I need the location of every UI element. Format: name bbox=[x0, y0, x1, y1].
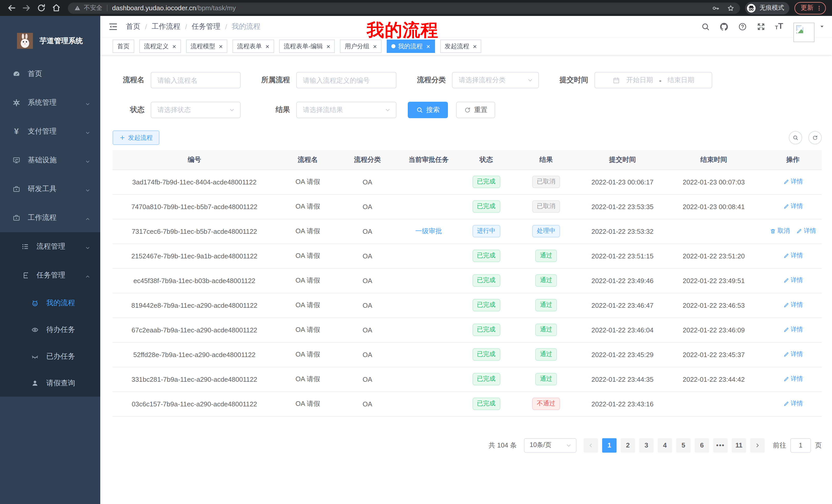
close-icon[interactable]: × bbox=[327, 43, 330, 50]
cell-process-name: OA 请假 bbox=[276, 194, 339, 219]
actions: 详情 bbox=[783, 276, 803, 285]
fullscreen-icon[interactable] bbox=[756, 22, 766, 31]
page-size-select[interactable]: 10条/页 bbox=[524, 438, 576, 452]
tab-item[interactable]: 流程模型× bbox=[186, 39, 227, 53]
edit-icon bbox=[783, 401, 789, 407]
text-size-icon[interactable]: TT bbox=[775, 22, 783, 31]
tab-item[interactable]: 流程表单× bbox=[232, 39, 274, 53]
sidebar-item[interactable]: 研发工具 bbox=[0, 175, 100, 203]
avatar-caret-icon[interactable] bbox=[819, 24, 825, 29]
sidebar-item[interactable]: 请假查询 bbox=[0, 370, 100, 397]
create-process-button[interactable]: 发起流程 bbox=[113, 131, 159, 145]
tab-item[interactable]: 发起流程× bbox=[440, 39, 481, 53]
close-icon[interactable]: × bbox=[172, 43, 176, 50]
sidebar-item[interactable]: 已办任务 bbox=[0, 343, 100, 370]
browser-home-icon[interactable] bbox=[51, 3, 61, 13]
breadcrumb-item[interactable]: 首页 bbox=[126, 22, 140, 31]
help-icon[interactable] bbox=[738, 22, 747, 31]
result-select[interactable]: 请选择流结果 bbox=[296, 102, 396, 118]
cell-end-time: 2022-01-22 23:49:51 bbox=[663, 268, 764, 293]
sidebar-collapse-icon[interactable] bbox=[108, 21, 118, 32]
category-select[interactable]: 请选择流程分类 bbox=[452, 72, 539, 88]
cell-process-name: OA 请假 bbox=[276, 342, 339, 367]
current-task-link[interactable]: 一级审批 bbox=[415, 227, 442, 235]
reset-button[interactable]: 重置 bbox=[456, 102, 495, 118]
sidebar-item[interactable]: 首页 bbox=[0, 60, 100, 88]
table-refresh-button[interactable] bbox=[808, 131, 822, 144]
cell-status: 已完成 bbox=[462, 391, 511, 416]
goto-page-input[interactable] bbox=[790, 438, 811, 452]
github-icon[interactable] bbox=[719, 22, 729, 31]
page-button[interactable]: 6 bbox=[695, 438, 709, 452]
cell-result: 通过 bbox=[511, 317, 581, 342]
breadcrumb-item[interactable]: 工作流程 bbox=[152, 22, 181, 31]
page-button[interactable]: 3 bbox=[639, 438, 654, 452]
cell-actions: 详情 bbox=[764, 244, 822, 268]
detail-label: 详情 bbox=[790, 202, 803, 211]
detail-link[interactable]: 详情 bbox=[783, 375, 803, 384]
close-icon[interactable]: × bbox=[473, 43, 477, 50]
tab-label: 发起流程 bbox=[445, 42, 469, 51]
sidebar-item[interactable]: 我的流程 bbox=[0, 290, 100, 316]
sidebar-item[interactable]: ¥支付管理 bbox=[0, 117, 100, 146]
detail-link[interactable]: 详情 bbox=[796, 227, 816, 235]
more-pages-button[interactable]: ••• bbox=[713, 438, 728, 452]
sidebar-item[interactable]: 任务管理 bbox=[0, 261, 100, 290]
dashboard-icon bbox=[12, 70, 21, 78]
sidebar-item[interactable]: 工作流程 bbox=[0, 203, 100, 232]
detail-link[interactable]: 详情 bbox=[783, 350, 803, 359]
detail-link[interactable]: 详情 bbox=[783, 326, 803, 334]
next-page-button[interactable] bbox=[750, 438, 765, 452]
browser-reload-icon[interactable] bbox=[36, 3, 46, 13]
address-bar[interactable]: 不安全 dashboard.yudao.iocoder.cn/bpm/task/… bbox=[68, 2, 740, 13]
close-icon[interactable]: × bbox=[219, 43, 223, 50]
detail-link[interactable]: 详情 bbox=[783, 251, 803, 260]
detail-link[interactable]: 详情 bbox=[783, 202, 803, 211]
sidebar-item[interactable]: 流程管理 bbox=[0, 232, 100, 261]
close-icon[interactable]: × bbox=[265, 43, 269, 50]
update-button[interactable]: 更新 bbox=[795, 2, 826, 14]
avatar[interactable] bbox=[794, 23, 814, 42]
detail-link[interactable]: 详情 bbox=[783, 301, 803, 310]
page-button[interactable]: 2 bbox=[621, 438, 635, 452]
breadcrumb-item[interactable]: 任务管理 bbox=[192, 22, 220, 31]
detail-label: 详情 bbox=[790, 399, 803, 408]
header-search-icon[interactable] bbox=[701, 22, 710, 31]
search-button[interactable]: 搜索 bbox=[408, 102, 448, 118]
detail-link[interactable]: 详情 bbox=[783, 276, 803, 285]
close-icon[interactable]: × bbox=[373, 43, 377, 50]
password-key-icon[interactable] bbox=[712, 4, 720, 12]
close-icon[interactable]: × bbox=[426, 43, 430, 50]
page-button[interactable]: 4 bbox=[658, 438, 672, 452]
submit-time-range[interactable]: 开始日期 - 结束日期 bbox=[594, 72, 712, 88]
cell-actions: 详情 bbox=[764, 391, 822, 416]
breadcrumb-separator: / bbox=[145, 22, 147, 31]
browser-forward-icon[interactable] bbox=[22, 3, 31, 13]
bookmark-star-icon[interactable] bbox=[727, 4, 735, 12]
process-name-input[interactable] bbox=[151, 72, 241, 88]
cell-process-name: OA 请假 bbox=[276, 244, 339, 268]
page-button[interactable]: 5 bbox=[676, 438, 691, 452]
screen: 不安全 dashboard.yudao.iocoder.cn/bpm/task/… bbox=[0, 0, 832, 504]
browser-back-icon[interactable] bbox=[7, 3, 17, 13]
tab-item[interactable]: 流程表单-编辑× bbox=[279, 39, 335, 53]
page-button[interactable]: 1 bbox=[602, 438, 617, 452]
sidebar-item[interactable]: 系统管理 bbox=[0, 88, 100, 117]
detail-link[interactable]: 详情 bbox=[783, 399, 803, 408]
browser-menu-icon[interactable] bbox=[815, 4, 823, 11]
table-search-button[interactable] bbox=[789, 131, 802, 144]
sidebar-item[interactable]: 待办任务 bbox=[0, 316, 100, 343]
status-select[interactable]: 请选择状态 bbox=[151, 102, 241, 118]
tab-item[interactable]: 流程定义× bbox=[139, 39, 181, 53]
tab-item[interactable]: 首页 bbox=[113, 39, 134, 53]
detail-link[interactable]: 详情 bbox=[783, 177, 803, 186]
actions: 详情 bbox=[783, 202, 803, 211]
cancel-link[interactable]: 取消 bbox=[770, 227, 790, 235]
page-button[interactable]: 11 bbox=[732, 438, 746, 452]
process-def-input[interactable] bbox=[296, 72, 396, 88]
sidebar-item-label: 我的流程 bbox=[46, 299, 75, 308]
column-header: 状态 bbox=[462, 150, 511, 170]
app-logo[interactable]: 芋道管理系统 bbox=[0, 16, 100, 60]
sidebar-item[interactable]: 基础设施 bbox=[0, 146, 100, 175]
cell-process-name: OA 请假 bbox=[276, 391, 339, 416]
